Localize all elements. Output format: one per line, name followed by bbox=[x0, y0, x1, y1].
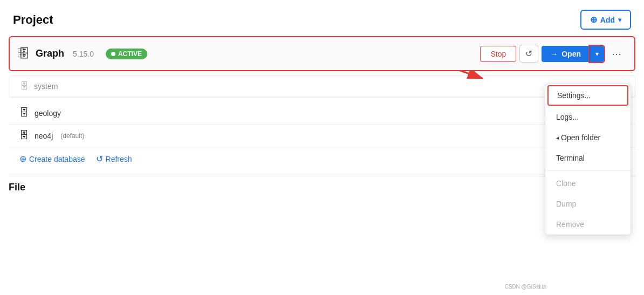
open-button-label: Open bbox=[561, 50, 581, 58]
open-button-group: → Open ▾ bbox=[542, 46, 604, 62]
plus-icon: ⊕ bbox=[590, 15, 597, 25]
system-db-name: system bbox=[34, 82, 58, 91]
logs-label: Logs... bbox=[556, 113, 579, 121]
project-item-right: Stop ↺ → Open ▾ ⋯ bbox=[480, 45, 626, 63]
db-actions: ⊕ Create database ↺ Refresh bbox=[9, 147, 635, 170]
file-section-title: File bbox=[9, 182, 25, 193]
dropdown-item-dump[interactable]: Dump bbox=[545, 194, 631, 214]
neo4j-db-name: neo4j bbox=[35, 132, 53, 140]
open-button[interactable]: → Open bbox=[542, 46, 590, 62]
active-dot bbox=[111, 52, 115, 56]
dropdown-item-settings[interactable]: Settings... bbox=[547, 85, 628, 106]
clone-label: Clone bbox=[556, 179, 576, 188]
terminal-label: Terminal bbox=[556, 154, 585, 162]
db-item-system: 🗄 system bbox=[9, 76, 635, 97]
system-db-icon: 🗄 bbox=[20, 81, 29, 91]
db-item-neo4j: 🗄 neo4j (default) bbox=[9, 125, 635, 147]
page-title: Project bbox=[13, 13, 53, 27]
create-db-label: Create database bbox=[29, 155, 85, 163]
create-database-link[interactable]: ⊕ Create database bbox=[19, 154, 85, 164]
page-container: Project ⊕ Add ▾ 🗄 🗄 Graph 5.15.0 A bbox=[0, 0, 644, 295]
dropdown-item-open-folder[interactable]: ◂ Open folder bbox=[545, 127, 631, 148]
geology-db-name: geology bbox=[35, 109, 61, 118]
file-section: File bbox=[9, 176, 635, 193]
stop-button[interactable]: Stop bbox=[480, 46, 516, 62]
default-tag: (default) bbox=[60, 132, 84, 140]
remove-label: Remove bbox=[556, 220, 584, 229]
dump-label: Dump bbox=[556, 200, 576, 208]
open-folder-label: Open folder bbox=[561, 133, 600, 142]
chevron-down-icon: ▾ bbox=[618, 16, 621, 24]
settings-label: Settings... bbox=[557, 91, 591, 100]
project-name: Graph bbox=[36, 48, 64, 59]
header: Project ⊕ Add ▾ bbox=[0, 0, 644, 36]
more-options-button[interactable]: ⋯ bbox=[607, 46, 626, 62]
project-item: 🗄 🗄 Graph 5.15.0 ACTIVE Stop ↺ → Open ▾ … bbox=[9, 36, 635, 71]
refresh-label: Refresh bbox=[106, 155, 132, 163]
dropdown-menu: Settings... Logs... ◂ Open folder Termin… bbox=[545, 84, 631, 235]
watermark: CSDN @GIS辣妹 bbox=[505, 283, 547, 291]
open-dropdown-button[interactable]: ▾ bbox=[590, 46, 604, 62]
add-button-label: Add bbox=[600, 16, 615, 24]
dropdown-item-remove[interactable]: Remove bbox=[545, 214, 631, 235]
refresh-link[interactable]: ↺ Refresh bbox=[96, 154, 132, 164]
create-db-icon: ⊕ bbox=[19, 154, 26, 164]
db-system-container: 🗄 system bbox=[9, 76, 635, 98]
neo4j-db-icon: 🗄 bbox=[19, 130, 29, 141]
status-badge: ACTIVE bbox=[106, 49, 147, 59]
folder-arrow-icon: ◂ bbox=[556, 135, 559, 141]
geology-db-icon: 🗄 bbox=[19, 107, 29, 119]
open-arrow-icon: → bbox=[550, 50, 558, 58]
refresh-icon-button[interactable]: ↺ bbox=[519, 45, 538, 63]
dropdown-divider bbox=[545, 170, 631, 171]
project-item-left: 🗄 🗄 Graph 5.15.0 ACTIVE bbox=[18, 47, 147, 61]
add-button[interactable]: ⊕ Add ▾ bbox=[580, 10, 631, 30]
project-db-icon: 🗄 🗄 bbox=[18, 47, 30, 61]
db-section: 🗄 geology 🗄 neo4j (default) ⊕ Create dat… bbox=[9, 102, 635, 170]
dropdown-item-logs[interactable]: Logs... bbox=[545, 107, 631, 127]
dropdown-item-clone[interactable]: Clone bbox=[545, 173, 631, 194]
db-item-geology: 🗄 geology bbox=[9, 102, 635, 125]
dropdown-item-terminal[interactable]: Terminal bbox=[545, 148, 631, 168]
refresh-link-icon: ↺ bbox=[96, 154, 103, 164]
status-label: ACTIVE bbox=[118, 50, 142, 58]
project-version: 5.15.0 bbox=[73, 50, 94, 58]
